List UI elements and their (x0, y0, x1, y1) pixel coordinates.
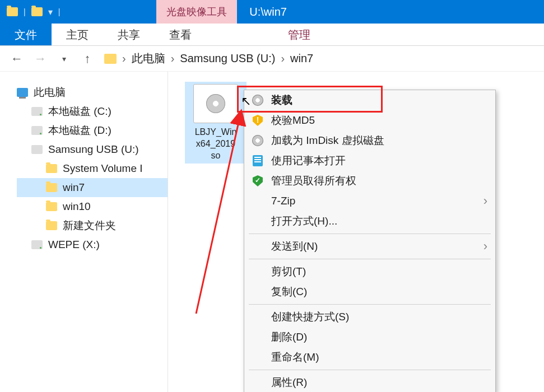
menu-separator (249, 259, 491, 259)
ribbon-tab-manage[interactable]: 管理 (273, 24, 325, 45)
tree-item-drive-c[interactable]: 本地磁盘 (C:) (17, 102, 168, 121)
nav-forward-button[interactable]: → (34, 52, 47, 66)
menu-item-create-shortcut[interactable]: 创建快捷方式(S) (244, 307, 495, 327)
tree-item-folder[interactable]: System Volume I (17, 159, 168, 178)
folder-icon (7, 7, 18, 16)
menu-separator (249, 234, 491, 234)
folder-icon (104, 54, 117, 64)
menu-separator (249, 370, 491, 370)
drive-icon (31, 126, 43, 135)
tree-item-label: 本地磁盘 (C:) (48, 104, 111, 119)
menu-item-admin-own[interactable]: 管理员取得所有权 (244, 171, 495, 191)
tree-item-label: WEPE (X:) (48, 239, 100, 251)
shield-check-icon (253, 175, 263, 186)
menu-item-open-with[interactable]: 打开方式(H)... (244, 211, 495, 231)
tree-item-label: 本地磁盘 (D:) (48, 123, 111, 138)
disc-icon (252, 95, 263, 106)
ribbon-tab-home[interactable]: 主页 (52, 24, 103, 45)
qat-separator: | (58, 7, 61, 16)
ribbon-tabs: 文件 主页 共享 查看 管理 (0, 24, 544, 46)
folder-icon (46, 221, 57, 230)
ribbon-tab-file[interactable]: 文件 (0, 24, 52, 45)
menu-item-cut[interactable]: 剪切(T) (244, 262, 495, 282)
tree-item-label: Samsung USB (U:) (48, 143, 139, 156)
menu-item-delete[interactable]: 删除(D) (244, 327, 495, 347)
file-name-label: LBJY_Win x64_2019 so (187, 127, 244, 161)
breadcrumb-segment[interactable]: win7 (290, 52, 313, 65)
tree-item-label: 此电脑 (34, 85, 66, 100)
menu-item-properties[interactable]: 属性(R) (244, 372, 495, 392)
menu-item-rename[interactable]: 重命名(M) (244, 347, 495, 367)
nav-up-button[interactable]: ↑ (81, 52, 94, 66)
contextual-tab-label: 光盘映像工具 (156, 0, 237, 24)
menu-separator (249, 304, 491, 305)
nav-back-button[interactable]: ← (10, 52, 24, 66)
menu-item-imdisk[interactable]: 加载为 ImDisk 虚拟磁盘 (244, 130, 495, 151)
ribbon-tab-share[interactable]: 共享 (103, 24, 155, 45)
tree-item-drive-x[interactable]: WEPE (X:) (17, 235, 168, 254)
shield-warning-icon (253, 115, 263, 126)
nav-history-dropdown[interactable]: ▾ (57, 54, 71, 63)
file-iso[interactable]: LBJY_Win x64_2019 so (185, 82, 247, 164)
tree-item-label: 新建文件夹 (63, 218, 116, 233)
pc-icon (17, 88, 28, 97)
navigation-tree[interactable]: 此电脑 本地磁盘 (C:) 本地磁盘 (D:) Samsung USB (U:)… (0, 72, 168, 392)
chevron-right-icon: › (483, 239, 487, 254)
menu-item-md5[interactable]: 校验MD5 (244, 110, 495, 130)
chevron-right-icon: › (483, 194, 487, 208)
tree-item-win7[interactable]: win7 (17, 178, 168, 197)
drive-icon (31, 107, 43, 116)
window-title: U:\win7 (237, 0, 299, 24)
usb-drive-icon (31, 145, 43, 154)
menu-item-send-to[interactable]: 发送到(N)› (244, 236, 495, 256)
navigation-row: ← → ▾ ↑ › 此电脑 › Samsung USB (U:) › win7 (0, 46, 544, 72)
breadcrumb-segment[interactable]: 此电脑 (132, 51, 165, 66)
drive-icon (31, 240, 43, 249)
tree-item-drive-d[interactable]: 本地磁盘 (D:) (17, 121, 168, 140)
breadcrumb[interactable]: › 此电脑 › Samsung USB (U:) › win7 (104, 51, 534, 66)
chevron-right-icon[interactable]: › (122, 52, 126, 65)
ribbon-tab-view[interactable]: 查看 (155, 24, 206, 45)
window-titlebar: | ▾ | 光盘映像工具 U:\win7 (0, 0, 544, 24)
context-menu: 装载 校验MD5 加载为 ImDisk 虚拟磁盘 使用记事本打开 管理员取得所有… (244, 90, 496, 392)
breadcrumb-segment[interactable]: Samsung USB (U:) (180, 52, 275, 65)
folder-icon (46, 164, 57, 173)
tree-item-win10[interactable]: win10 (17, 197, 168, 216)
quick-access-toolbar: | ▾ | (0, 0, 67, 24)
disc-icon (252, 135, 263, 146)
menu-item-notepad[interactable]: 使用记事本打开 (244, 151, 495, 171)
tree-item-drive-u[interactable]: Samsung USB (U:) (17, 140, 168, 159)
menu-item-mount[interactable]: 装载 (244, 90, 495, 110)
qat-overflow[interactable]: ▾ (48, 7, 53, 17)
notepad-icon (253, 155, 263, 166)
tree-item-this-pc[interactable]: 此电脑 (17, 83, 168, 102)
tree-item-label: System Volume I (63, 162, 143, 175)
iso-file-icon (193, 84, 238, 123)
menu-item-copy[interactable]: 复制(C) (244, 282, 495, 302)
tree-item-label: win7 (63, 181, 85, 194)
chevron-right-icon[interactable]: › (171, 52, 175, 65)
folder-icon (46, 202, 57, 211)
chevron-right-icon[interactable]: › (281, 52, 285, 65)
folder-icon (46, 183, 57, 192)
tree-item-new-folder[interactable]: 新建文件夹 (17, 216, 168, 235)
folder-icon[interactable] (31, 7, 43, 16)
qat-separator: | (24, 7, 26, 16)
tree-item-label: win10 (63, 200, 91, 213)
menu-item-7zip[interactable]: 7-Zip› (244, 191, 495, 211)
